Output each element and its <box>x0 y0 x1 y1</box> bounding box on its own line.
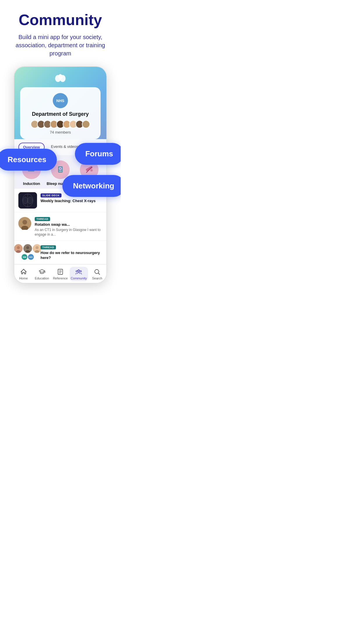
thread-avatar <box>18 217 31 230</box>
badge-ag: AG <box>28 254 34 260</box>
thread1-title: Rotation swap wa... <box>35 222 102 227</box>
thread1-desc: As an CT1 in Surgery in Glasgow I want t… <box>35 228 102 237</box>
svg-rect-8 <box>59 171 62 172</box>
resources-bubble[interactable]: Resources <box>0 149 57 171</box>
guidelines-icon <box>84 164 94 175</box>
app-logo <box>54 72 67 83</box>
svg-point-16 <box>28 197 32 204</box>
thread2-tag: THREAD <box>41 245 56 249</box>
nav-home[interactable]: Home <box>14 267 33 281</box>
phone-header: NHS Department of Surgery <box>14 67 106 139</box>
xray-thumb <box>18 192 37 209</box>
slide-deck-title: Weekly teaching: Chest X-rays <box>41 199 102 204</box>
nav-search[interactable]: Search <box>88 267 106 281</box>
home-icon <box>20 268 27 276</box>
nav-education[interactable]: Education <box>33 267 51 281</box>
avatar-3 <box>33 244 41 253</box>
thread1-content: THREAD Rotation swap wa... As an CT1 in … <box>35 216 102 237</box>
page-header: Community Build a mini app for your soci… <box>0 0 121 63</box>
nhs-badge: NHS <box>53 93 68 108</box>
nav-reference-label: Reference <box>53 276 68 280</box>
page-container: Community Build a mini app for your soci… <box>0 0 121 295</box>
networking-bubble[interactable]: Networking <box>62 175 121 197</box>
xray-image <box>18 192 37 209</box>
svg-point-2 <box>58 74 62 79</box>
svg-line-39 <box>99 273 100 275</box>
list-item[interactable]: SM AG THREAD How do we refer to neurosur… <box>14 241 106 264</box>
nav-community[interactable]: Community <box>70 267 88 281</box>
svg-point-28 <box>36 246 38 249</box>
education-icon <box>38 268 46 276</box>
multi-avatars: SM AG <box>18 244 37 260</box>
svg-point-22 <box>17 246 20 249</box>
thread2-title: How do we refer to neurosurgery here? <box>41 251 102 260</box>
nav-education-label: Education <box>35 276 49 280</box>
svg-point-35 <box>78 270 80 272</box>
forums-bubble[interactable]: Forums <box>75 143 121 165</box>
nav-home-label: Home <box>19 276 28 280</box>
dept-name: Department of Surgery <box>25 111 96 117</box>
reference-icon <box>57 268 64 276</box>
list-item[interactable]: THREAD Rotation swap wa... As an CT1 in … <box>14 212 106 241</box>
slide-deck-tag: SLIDE DECK <box>41 193 61 197</box>
content-list: SLIDE DECK Weekly teaching: Chest X-rays <box>14 189 106 264</box>
bottom-nav: Home Education <box>14 264 106 283</box>
thread2-content: THREAD How do we refer to neurosurgery h… <box>41 244 102 260</box>
member-count: 74 members <box>25 130 96 134</box>
nav-search-label: Search <box>92 276 102 280</box>
svg-point-11 <box>90 169 93 172</box>
avatar-ag <box>23 244 32 253</box>
bleep-icon <box>55 164 66 175</box>
svg-point-36 <box>76 271 78 272</box>
page-subtitle: Build a mini app for your society, assoc… <box>7 33 114 57</box>
svg-point-37 <box>80 271 82 272</box>
nav-reference[interactable]: Reference <box>51 267 69 281</box>
induction-label: Induction <box>23 181 40 186</box>
badge-sm: SM <box>22 254 27 260</box>
svg-point-15 <box>23 197 28 204</box>
svg-point-25 <box>26 246 29 249</box>
svg-point-9 <box>60 168 61 169</box>
page-title: Community <box>7 12 114 28</box>
svg-point-19 <box>22 220 27 225</box>
search-icon <box>93 268 101 276</box>
thread1-tag: THREAD <box>35 217 50 221</box>
nhs-card: NHS Department of Surgery <box>20 87 101 139</box>
member-avatars <box>25 120 96 128</box>
community-icon <box>75 268 82 276</box>
avatar-sm <box>14 244 23 253</box>
nav-community-label: Community <box>71 276 87 280</box>
